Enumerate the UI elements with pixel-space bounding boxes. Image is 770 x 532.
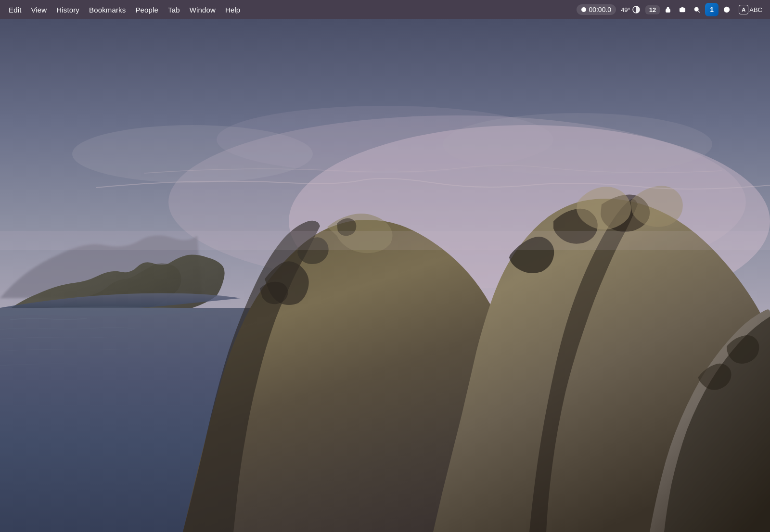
desktop-wallpaper: [0, 19, 770, 532]
svg-line-6: [698, 11, 700, 12]
menu-edit[interactable]: Edit: [4, 4, 26, 16]
badge-count: 12: [649, 6, 656, 13]
weather-icon: [632, 5, 641, 14]
menu-bookmarks[interactable]: Bookmarks: [84, 4, 130, 16]
recording-dot-icon: [581, 7, 586, 12]
menubar: Edit View History Bookmarks People Tab W…: [0, 0, 770, 19]
onepassword-label: 1: [710, 6, 714, 13]
menubar-right: 00:00.0 49° 12: [577, 3, 766, 16]
svg-point-2: [667, 10, 668, 11]
temperature-value: 49°: [621, 6, 630, 13]
menu-history[interactable]: History: [51, 4, 84, 16]
input-method-indicator[interactable]: A ABC: [735, 4, 766, 15]
onepassword-icon[interactable]: 1: [705, 3, 719, 16]
menu-view[interactable]: View: [26, 4, 51, 16]
input-method-label: ABC: [749, 6, 762, 13]
globe-icon: [723, 5, 730, 14]
spotlight-search-button[interactable]: [691, 3, 703, 16]
svg-point-4: [681, 9, 683, 11]
lock-icon: [665, 5, 671, 14]
svg-point-8: [726, 7, 728, 12]
input-method-icon: A: [739, 5, 748, 14]
search-icon: [693, 5, 700, 14]
screen-capture-button[interactable]: [676, 3, 689, 16]
menu-window[interactable]: Window: [185, 4, 220, 16]
menu-help[interactable]: Help: [220, 4, 245, 16]
menu-tab[interactable]: Tab: [163, 4, 185, 16]
screen-recording-indicator[interactable]: 00:00.0: [577, 4, 616, 15]
notification-badge[interactable]: 12: [645, 5, 660, 14]
mountain-svg: [0, 19, 770, 532]
menu-items-left: Edit View History Bookmarks People Tab W…: [4, 4, 245, 16]
weather-status[interactable]: 49°: [618, 4, 643, 15]
recording-time: 00:00.0: [589, 6, 611, 13]
svg-rect-18: [0, 231, 770, 250]
svg-point-17: [443, 113, 712, 176]
screen-lock-button[interactable]: [662, 3, 674, 16]
menu-people[interactable]: People: [130, 4, 163, 16]
browser-icon[interactable]: [720, 3, 733, 16]
camera-icon: [679, 5, 686, 14]
